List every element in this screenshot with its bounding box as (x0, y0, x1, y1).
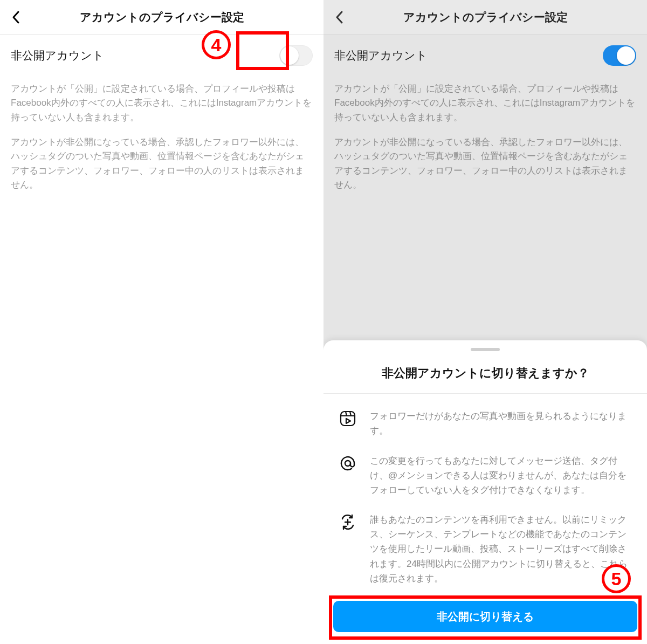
toggle-knob (280, 46, 299, 65)
description-public: アカウントが「公開」に設定されている場合、プロフィールや投稿はFacebook内… (11, 82, 313, 125)
remix-icon (338, 512, 358, 531)
info-text-mention: この変更を行ってもあなたに対してメッセージ送信、タグ付け、@メンションできる人は… (370, 454, 633, 498)
svg-rect-0 (341, 412, 355, 426)
sheet-title: 非公開アカウントに切り替えますか？ (324, 357, 647, 393)
page-title: アカウントのプライバシー設定 (403, 10, 568, 25)
private-account-toggle[interactable] (603, 45, 636, 66)
private-account-label: 非公開アカウント (334, 48, 428, 63)
back-button[interactable] (329, 6, 350, 28)
private-account-toggle[interactable] (279, 45, 313, 66)
at-icon (338, 454, 358, 472)
svg-point-5 (345, 461, 350, 466)
header: アカウントのプライバシー設定 (324, 0, 647, 35)
right-screen: アカウントのプライバシー設定 非公開アカウント アカウントが「公開」に設定されて… (324, 0, 647, 644)
switch-private-button[interactable]: 非公開に切り替える (333, 601, 637, 632)
info-text-remix: 誰もあなたのコンテンツを再利用できません。以前にリミックス、シーケンス、テンプレ… (370, 512, 633, 586)
svg-line-2 (346, 412, 347, 416)
left-screen: アカウントのプライバシー設定 非公開アカウント アカウントが「公開」に設定されて… (0, 0, 324, 644)
header: アカウントのプライバシー設定 (0, 0, 324, 35)
back-button[interactable] (5, 6, 27, 28)
svg-line-3 (350, 412, 351, 416)
description-private: アカウントが非公開になっている場合、承認したフォロワー以外には、ハッシュタグのつ… (11, 135, 313, 192)
reels-icon (338, 409, 358, 427)
info-row-remix: 誰もあなたのコンテンツを再利用できません。以前にリミックス、シーケンス、テンプレ… (338, 505, 633, 593)
description-public: アカウントが「公開」に設定されている場合、プロフィールや投稿はFacebook内… (334, 82, 636, 125)
info-row-reels: フォロワーだけがあなたの写真や動画を見られるようになります。 (338, 401, 633, 446)
chevron-left-icon (334, 10, 345, 25)
info-row-mention: この変更を行ってもあなたに対してメッセージ送信、タグ付け、@メンションできる人は… (338, 446, 633, 505)
chevron-left-icon (11, 10, 22, 25)
info-text-reels: フォロワーだけがあなたの写真や動画を見られるようになります。 (370, 409, 633, 438)
svg-marker-4 (346, 419, 350, 423)
sheet-grabber[interactable] (471, 348, 500, 351)
private-account-label: 非公開アカウント (11, 48, 104, 63)
page-title: アカウントのプライバシー設定 (80, 10, 244, 25)
toggle-knob (617, 46, 635, 65)
private-account-row: 非公開アカウント (11, 35, 313, 77)
private-account-row: 非公開アカウント (334, 35, 636, 77)
switch-private-button-label: 非公開に切り替える (437, 609, 534, 624)
confirm-sheet: 非公開アカウントに切り替えますか？ フォロワーだけがあなたの写真や動画を見られる… (324, 340, 647, 644)
description-private: アカウントが非公開になっている場合、承認したフォロワー以外には、ハッシュタグのつ… (334, 135, 636, 192)
